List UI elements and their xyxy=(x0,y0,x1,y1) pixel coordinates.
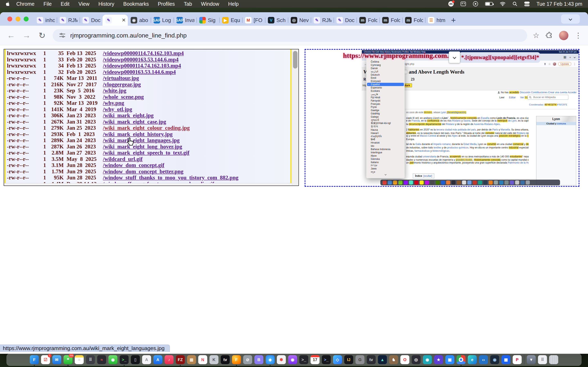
file-link[interactable]: /wiki_mark_eight_speech_to_text.gif xyxy=(98,150,190,156)
menu-item[interactable]: Help xyxy=(228,1,239,7)
file-link[interactable]: /videowp00000163.53.144.6.mp4 xyxy=(98,57,179,63)
dock-item[interactable]: A xyxy=(153,355,162,364)
language-option[interactable]: עברית xyxy=(367,164,404,167)
file-link[interactable]: /videowp00000114.74.162.103.mp4 xyxy=(98,50,184,57)
language-option[interactable]: Galego xyxy=(367,115,404,118)
back-button[interactable]: ← xyxy=(6,31,16,40)
dock-item[interactable] xyxy=(549,355,558,364)
menu-bar-clock[interactable]: Tue 17 Feb 1:43 pm xyxy=(536,1,582,7)
file-link[interactable]: /white.jpg xyxy=(98,87,126,94)
dock-item[interactable]: ◉ xyxy=(490,355,499,364)
new-tab-button[interactable]: + xyxy=(448,15,459,26)
browser-tab[interactable]: Sig xyxy=(196,15,219,26)
browser-tab[interactable]: m Folc xyxy=(356,15,379,26)
dock-item[interactable]: ☑ 1 xyxy=(41,355,50,364)
dock-item[interactable] xyxy=(457,355,466,364)
browser-tab[interactable]: ✎ inho xyxy=(34,15,57,26)
bookmark-star-icon[interactable]: ☆ xyxy=(533,31,539,40)
dock-item[interactable]: IJ xyxy=(344,355,353,364)
dock-item[interactable]: ▯ xyxy=(131,355,140,364)
language-option[interactable]: Հայերեն xyxy=(367,134,404,138)
tab-search-button[interactable] xyxy=(561,14,580,24)
dock-item[interactable]: tv xyxy=(367,355,376,364)
dock-item[interactable]: ◈ xyxy=(266,355,275,364)
dock-item[interactable]: >_ xyxy=(322,355,331,364)
zoom-window-button[interactable] xyxy=(24,17,29,21)
dock-item[interactable]: B xyxy=(254,355,263,364)
language-option[interactable]: Hrvatski xyxy=(367,141,404,144)
dock-item[interactable]: F xyxy=(232,355,241,364)
dock-item[interactable]: ♞ xyxy=(389,355,398,364)
language-option[interactable]: Deutsch xyxy=(367,73,404,76)
language-option[interactable]: हिन्दी xyxy=(367,138,404,141)
browser-tab[interactable]: ▶ Equ xyxy=(219,15,242,26)
tab-close-icon[interactable]: ✕ xyxy=(122,17,126,23)
dock-item[interactable]: A xyxy=(142,355,151,364)
language-option[interactable]: Hausa xyxy=(367,128,404,132)
dock-item[interactable]: P xyxy=(513,355,522,364)
language-option[interactable]: Eesti xyxy=(367,76,404,80)
dock-item[interactable]: 17 xyxy=(311,355,320,364)
file-link[interactable]: /vloggergear.jpg xyxy=(98,81,141,88)
browser-tab[interactable]: ✎ Doc xyxy=(334,15,356,26)
language-option[interactable]: Fiji Hindi xyxy=(367,96,404,99)
browser-tab[interactable]: V Sch xyxy=(265,15,288,26)
file-link[interactable]: /why.png xyxy=(98,100,124,106)
chrome-menu-icon[interactable]: ⋮ xyxy=(575,31,582,40)
language-option[interactable]: Hawaiʻi xyxy=(367,132,404,135)
extensions-icon[interactable] xyxy=(545,32,553,39)
dock-item[interactable]: K xyxy=(209,355,218,364)
file-link[interactable]: /wiki_mark_eight.jpg xyxy=(98,112,154,119)
language-option[interactable]: Italiano xyxy=(367,161,404,164)
dock-item[interactable]: ★ xyxy=(434,355,443,364)
language-option[interactable]: Čeština xyxy=(367,60,404,63)
language-option[interactable]: Esperanto xyxy=(367,86,404,89)
file-link[interactable]: /whole_scene.png xyxy=(98,94,144,100)
browser-tab[interactable]: ◎ Nev xyxy=(288,15,311,26)
language-option[interactable]: Íslenska xyxy=(367,157,404,161)
dock-item[interactable]: tv xyxy=(221,355,230,364)
wifi-icon[interactable] xyxy=(500,2,506,6)
user-status-icon[interactable]: m xyxy=(448,1,454,7)
address-bar[interactable]: rjmprogramming.com.au/one_line_find.php xyxy=(53,29,527,42)
dock-item[interactable]: ♪ xyxy=(164,355,173,364)
file-link[interactable]: /videowp0000163.53.144.6.mp4 xyxy=(98,69,176,75)
minimize-window-button[interactable] xyxy=(16,17,20,21)
close-window-button[interactable] xyxy=(7,17,12,21)
file-link[interactable]: /why_otl.jpg xyxy=(98,106,132,113)
language-option[interactable]: Ido xyxy=(367,144,404,148)
browser-tab[interactable]: SAP Inva xyxy=(173,15,196,26)
dock-item[interactable]: ◉ xyxy=(108,355,117,364)
language-option[interactable]: Dansk xyxy=(367,67,404,70)
dock-item[interactable]: ▼ xyxy=(527,355,536,364)
language-option[interactable]: Gàidhlig xyxy=(367,112,404,115)
dock-item[interactable]: ‹› xyxy=(479,355,488,364)
dock-item[interactable]: ≡ xyxy=(75,355,84,364)
language-option[interactable]: Interlingue xyxy=(367,151,404,154)
dock-item[interactable]: >_ xyxy=(299,355,308,364)
dock-item[interactable]: ◎ xyxy=(412,355,421,364)
browser-tab[interactable]: m Folc xyxy=(402,15,425,26)
language-option[interactable]: ✓ Español xyxy=(367,83,404,86)
language-option[interactable]: Euskara xyxy=(367,89,404,92)
file-link[interactable]: /wiki_mark_eight_case.jpg xyxy=(98,119,166,125)
menu-item[interactable]: Bookmarks xyxy=(123,1,149,7)
menu-item[interactable]: Window xyxy=(201,1,219,7)
dock-item[interactable]: ◇ xyxy=(333,355,342,364)
menu-item[interactable]: History xyxy=(98,1,114,7)
language-option[interactable]: 한국어 xyxy=(367,125,404,128)
language-option[interactable]: Cymraeg xyxy=(367,63,404,67)
browser-tab[interactable]: SAP Log xyxy=(151,15,173,26)
browser-tab[interactable]: M [FO xyxy=(242,15,265,26)
dock-item[interactable]: ▣ xyxy=(445,355,454,364)
now-playing-icon[interactable] xyxy=(473,1,478,7)
language-option[interactable]: Føroyskt xyxy=(367,99,404,102)
dock-item[interactable]: ▦ xyxy=(502,355,510,364)
dock-item[interactable]: ◉ xyxy=(423,355,432,364)
dock-item[interactable] xyxy=(524,355,525,365)
dock-item[interactable]: ✉ xyxy=(52,355,61,364)
browser-tab[interactable]: ✎ Doc xyxy=(80,15,103,26)
language-option[interactable]: Frysk xyxy=(367,105,404,109)
file-link[interactable]: /virtualtour.jpg xyxy=(98,75,139,81)
profile-avatar[interactable] xyxy=(559,31,568,40)
